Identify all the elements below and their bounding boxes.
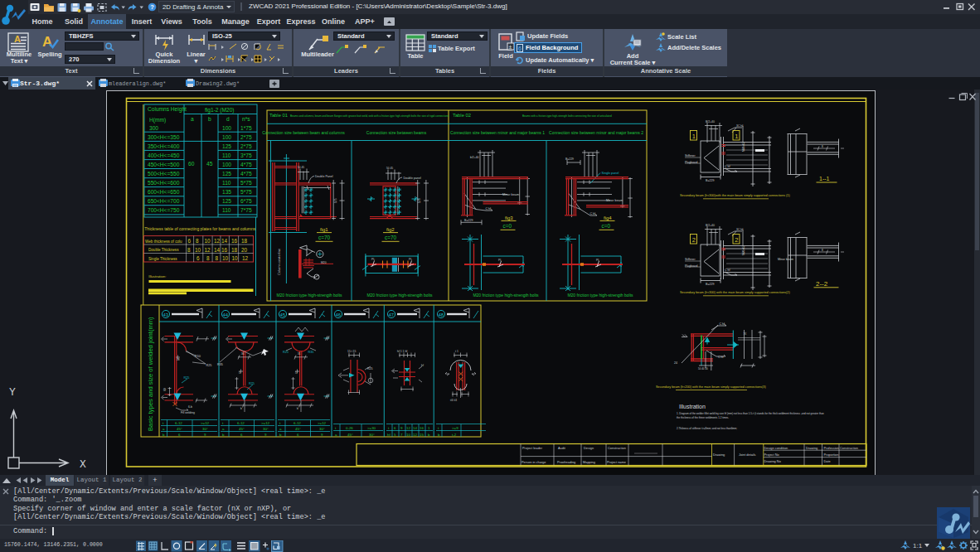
svg-text:X: X bbox=[80, 458, 86, 471]
svg-text:b: b bbox=[297, 407, 298, 410]
svg-text:fig3: fig3 bbox=[505, 215, 513, 220]
svg-text:48: 48 bbox=[439, 312, 444, 317]
svg-text:Drawing: Drawing bbox=[713, 453, 725, 457]
svg-text:Y: Y bbox=[9, 386, 16, 399]
svg-text:1: 1 bbox=[735, 133, 738, 140]
svg-text:c=0: c=0 bbox=[503, 223, 512, 229]
svg-text:Proofreading: Proofreading bbox=[557, 460, 575, 464]
svg-text:2*75: 2*75 bbox=[240, 134, 252, 140]
svg-text:10: 10 bbox=[222, 255, 229, 261]
svg-text:PL: PL bbox=[498, 259, 502, 262]
svg-text:Secondary beam (h<200) with th: Secondary beam (h<200) with the main bea… bbox=[656, 385, 766, 389]
svg-text:Secondary beam (h<300)with the: Secondary beam (h<300)with the main beam… bbox=[680, 194, 790, 197]
svg-text:Table 01: Table 01 bbox=[269, 113, 288, 118]
svg-text:12: 12 bbox=[406, 426, 410, 430]
svg-text:6: 6 bbox=[188, 238, 192, 244]
svg-text:>=9: >=9 bbox=[452, 426, 458, 430]
svg-text:hf: hf bbox=[421, 364, 424, 367]
svg-text:8: 8 bbox=[196, 238, 199, 244]
svg-text:110: 110 bbox=[222, 153, 231, 158]
svg-text:7*75: 7*75 bbox=[240, 207, 252, 213]
svg-text:500<H<=550: 500<H<=550 bbox=[148, 171, 180, 177]
svg-text:PL: PL bbox=[409, 258, 412, 261]
svg-text:R25: R25 bbox=[184, 376, 190, 380]
svg-text:M20 friction type high-strengt: M20 friction type high-strength bolts bbox=[567, 293, 633, 298]
svg-text:R25: R25 bbox=[249, 382, 255, 385]
svg-text:6: 6 bbox=[518, 46, 522, 51]
svg-text:Construction: Construction bbox=[608, 446, 626, 450]
svg-text:Minor beam: Minor beam bbox=[502, 193, 519, 196]
svg-text:R35: R35 bbox=[217, 363, 223, 366]
svg-text:Design condition: Design condition bbox=[764, 446, 788, 450]
svg-text:Person in charge: Person in charge bbox=[522, 460, 546, 464]
svg-text:M20 friction type high-strengt: M20 friction type high-strength bolts bbox=[473, 293, 539, 298]
svg-text:Beams with a friction-type hig: Beams with a friction-type high-strength… bbox=[522, 114, 612, 118]
svg-text:10: 10 bbox=[195, 247, 201, 253]
svg-text:Beams and columns, beam and be: Beams and columns, beam and beam flanges… bbox=[290, 114, 449, 118]
svg-text:30°: 30° bbox=[263, 427, 269, 431]
svg-text:t 1: t 1 bbox=[455, 350, 458, 353]
svg-text:Single panel: Single panel bbox=[602, 172, 619, 175]
svg-text:5: 5 bbox=[239, 371, 240, 375]
svg-text:47: 47 bbox=[389, 312, 395, 317]
svg-text:M20 friction type high-strengt: M20 friction type high-strength bolts bbox=[366, 293, 433, 298]
svg-text:15 t 15: 15 t 15 bbox=[347, 350, 356, 353]
svg-text:45°: 45° bbox=[177, 427, 182, 431]
svg-text:>=12: >=12 bbox=[261, 421, 270, 425]
svg-text:b: b bbox=[208, 116, 211, 122]
svg-text:12: 12 bbox=[242, 255, 249, 261]
svg-text:Columns Height: Columns Height bbox=[148, 106, 187, 113]
svg-text:R10: R10 bbox=[195, 355, 201, 358]
svg-text:12: 12 bbox=[205, 247, 211, 253]
svg-text:10: 10 bbox=[205, 238, 211, 244]
svg-text:Drawing No: Drawing No bbox=[764, 459, 781, 463]
svg-text:700<H<=750: 700<H<=750 bbox=[148, 207, 180, 213]
svg-text:c=70: c=70 bbox=[318, 235, 330, 240]
svg-text:Date: Date bbox=[824, 459, 831, 463]
svg-text:43: 43 bbox=[163, 312, 169, 317]
svg-text:M20: M20 bbox=[321, 261, 327, 264]
svg-text:C hf: C hf bbox=[718, 356, 724, 359]
svg-text:Web thickness of colu: Web thickness of colu bbox=[145, 240, 182, 244]
svg-text:350<H<=400: 350<H<=400 bbox=[148, 143, 180, 149]
svg-text:14: 14 bbox=[221, 238, 228, 244]
svg-text:60: 60 bbox=[163, 388, 167, 391]
svg-text:±: ± bbox=[509, 44, 512, 50]
svg-text:44: 44 bbox=[223, 312, 229, 317]
svg-text:the thickness of the thiner: the thickness of the thiner weldments 1.… bbox=[677, 416, 729, 419]
svg-text:C hf: C hf bbox=[720, 322, 725, 326]
svg-text:A: A bbox=[42, 34, 52, 50]
svg-text:6-12: 6-12 bbox=[294, 421, 301, 425]
svg-text:Drawing: Drawing bbox=[806, 446, 817, 450]
svg-text:C hf: C hf bbox=[590, 212, 596, 215]
svg-text:B=229: B=229 bbox=[565, 157, 574, 161]
svg-text:R35: R35 bbox=[308, 351, 314, 354]
svg-text:c=70: c=70 bbox=[385, 235, 396, 240]
svg-text:18: 18 bbox=[231, 247, 238, 253]
svg-text:125: 125 bbox=[222, 143, 231, 149]
svg-text:45: 45 bbox=[206, 161, 213, 167]
svg-text:175: 175 bbox=[418, 198, 421, 203]
svg-text:45°: 45° bbox=[347, 433, 353, 437]
svg-text:Double Thickness: Double Thickness bbox=[148, 248, 179, 252]
svg-text:16: 16 bbox=[221, 247, 228, 253]
svg-text:b: b bbox=[240, 407, 242, 410]
svg-text:c=0: c=0 bbox=[602, 223, 611, 229]
svg-text:60: 60 bbox=[188, 161, 195, 167]
svg-text:R25: R25 bbox=[367, 367, 373, 370]
svg-text:0-26: 0-26 bbox=[346, 426, 353, 430]
svg-text:>=30: >=30 bbox=[367, 426, 376, 430]
svg-text:175: 175 bbox=[334, 198, 337, 203]
svg-text:Project No: Project No bbox=[764, 453, 779, 457]
svg-text:300: 300 bbox=[149, 125, 158, 131]
svg-text:Illustration:: Illustration: bbox=[148, 274, 166, 278]
svg-text:fig1-2 (M20): fig1-2 (M20) bbox=[205, 107, 235, 114]
svg-text:PL: PL bbox=[596, 259, 599, 262]
svg-text:Minor beam: Minor beam bbox=[778, 258, 793, 261]
svg-text:R25: R25 bbox=[206, 364, 212, 367]
svg-text:Connection size between minor: Connection size between minor and major … bbox=[549, 130, 643, 135]
svg-text:125: 125 bbox=[222, 198, 231, 204]
svg-text:12: 12 bbox=[413, 433, 417, 437]
svg-text:16: 16 bbox=[420, 426, 424, 430]
svg-text:hf 1 1 hf: hf 1 1 hf bbox=[397, 350, 407, 353]
